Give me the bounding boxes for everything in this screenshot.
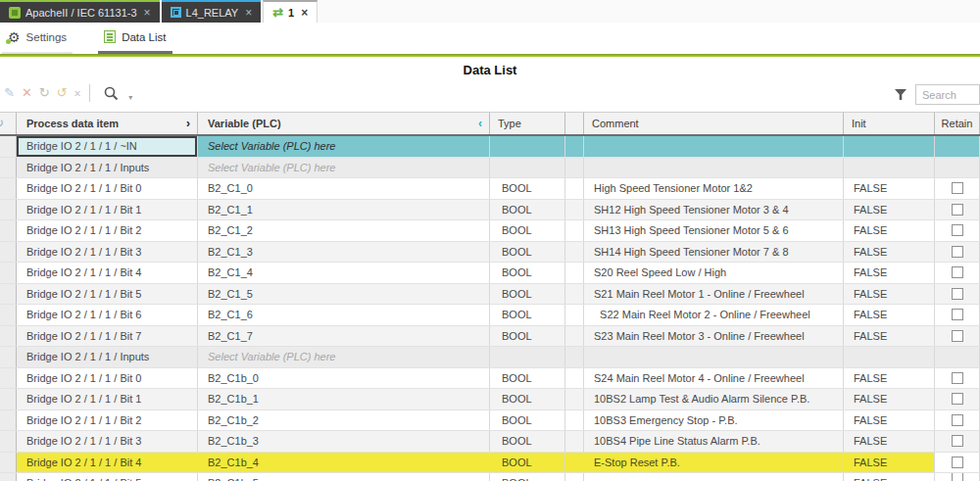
- search-icon[interactable]: [103, 85, 120, 102]
- comment-cell[interactable]: E-Stop Reset P.B.: [584, 453, 844, 473]
- process-data-item-cell[interactable]: Bridge IO 2 / 1 / 1 / Bit 0: [17, 368, 198, 389]
- row-header-cell[interactable]: [0, 453, 17, 473]
- tab-l4-relay[interactable]: L4_RELAY ×: [162, 0, 262, 23]
- search-dropdown-caret-icon[interactable]: ▾: [128, 93, 132, 102]
- retain-checkbox[interactable]: [952, 457, 963, 468]
- variable-plc-cell[interactable]: B2_C1b_2: [198, 410, 490, 431]
- init-cell[interactable]: [844, 347, 935, 367]
- row-header-cell[interactable]: [0, 284, 17, 305]
- variable-plc-cell[interactable]: B2_C1b_0: [198, 368, 490, 389]
- comment-cell[interactable]: S21 Main Reel Motor 1 - Online / Freewhe…: [584, 284, 844, 305]
- retain-checkbox[interactable]: [952, 393, 963, 405]
- header-variable-plc[interactable]: Variable (PLC) ‹: [198, 113, 490, 134]
- filter-icon[interactable]: [894, 88, 907, 101]
- init-cell[interactable]: FALSE: [844, 389, 935, 409]
- process-data-item-cell[interactable]: Bridge IO 2 / 1 / 1 / Bit 3: [17, 242, 198, 263]
- variable-plc-cell[interactable]: B2_C1b_3: [198, 431, 490, 452]
- process-data-item-cell[interactable]: Bridge IO 2 / 1 / 1 / Bit 5: [17, 473, 198, 481]
- edit-variable-icon[interactable]: ✎: [4, 84, 15, 102]
- row-header-cell[interactable]: [0, 242, 17, 263]
- tab-project[interactable]: ApacheII / IEC 61131-3 ×: [0, 0, 160, 23]
- process-data-item-cell[interactable]: Bridge IO 2 / 1 / 1 / Bit 2: [17, 410, 198, 431]
- tab-settings[interactable]: ⚙ Settings: [2, 23, 73, 54]
- process-data-item-cell[interactable]: Bridge IO 2 / 1 / 1 / Bit 0: [17, 178, 198, 199]
- tab-data-list[interactable]: Data List: [98, 23, 172, 54]
- variable-plc-cell[interactable]: B2_C1_2: [198, 220, 490, 241]
- header-process-data-item[interactable]: Process data item ›: [17, 113, 198, 134]
- process-data-item-cell[interactable]: Bridge IO 2 / 1 / 1 / Bit 3: [17, 431, 198, 452]
- retain-checkbox[interactable]: [952, 309, 963, 320]
- variable-plc-cell[interactable]: Select Variable (PLC) here: [198, 158, 490, 178]
- comment-cell[interactable]: [584, 158, 844, 178]
- comment-cell[interactable]: [584, 136, 844, 157]
- retain-checkbox[interactable]: [952, 288, 963, 300]
- comment-cell[interactable]: S22 Main Reel Motor 2 - Online / Freewhe…: [584, 305, 844, 325]
- comment-cell[interactable]: SH12 High Speed Tensioner Motor 3 & 4: [584, 200, 844, 220]
- retain-checkbox[interactable]: [952, 246, 963, 258]
- retain-checkbox[interactable]: [952, 414, 963, 426]
- process-data-item-cell[interactable]: Bridge IO 2 / 1 / 1 / ~IN: [17, 136, 198, 157]
- expand-column-icon[interactable]: ‹: [478, 117, 482, 130]
- init-cell[interactable]: FALSE: [844, 326, 935, 347]
- header-init[interactable]: Init: [844, 113, 935, 134]
- row-header-cell[interactable]: [0, 220, 17, 241]
- tab-mapping-1[interactable]: ⇄ 1 ×: [263, 0, 318, 23]
- init-cell[interactable]: FALSE: [844, 453, 935, 473]
- init-cell[interactable]: FALSE: [844, 178, 935, 199]
- process-data-item-cell[interactable]: Bridge IO 2 / 1 / 1 / Bit 6: [17, 305, 198, 325]
- variable-plc-cell[interactable]: Select Variable (PLC) here: [198, 136, 490, 157]
- variable-plc-cell[interactable]: Select Variable (PLC) here: [198, 347, 490, 367]
- comment-cell[interactable]: 10BS3 Emergency Stop - P.B.: [584, 410, 844, 431]
- row-header-cell[interactable]: [0, 389, 17, 409]
- init-cell[interactable]: FALSE: [844, 473, 935, 481]
- retain-checkbox[interactable]: [952, 435, 963, 447]
- variable-plc-cell[interactable]: B2_C1b_1: [198, 389, 490, 409]
- init-cell[interactable]: [844, 136, 935, 157]
- process-data-item-cell[interactable]: Bridge IO 2 / 1 / 1 / Inputs: [17, 347, 198, 367]
- row-header-cell[interactable]: [0, 473, 17, 481]
- row-header-cell[interactable]: [0, 305, 17, 325]
- row-header-cell[interactable]: [0, 263, 17, 283]
- header-type[interactable]: Type: [490, 113, 565, 134]
- init-cell[interactable]: FALSE: [844, 368, 935, 389]
- close-icon[interactable]: ×: [243, 6, 252, 20]
- variable-plc-cell[interactable]: B2_C1_3: [198, 242, 490, 263]
- process-data-item-cell[interactable]: Bridge IO 2 / 1 / 1 / Bit 2: [17, 220, 198, 241]
- process-data-item-cell[interactable]: Bridge IO 2 / 1 / 1 / Bit 1: [17, 389, 198, 409]
- refresh-mapping-icon[interactable]: ↻: [39, 84, 50, 102]
- header-retain[interactable]: Retain: [935, 113, 980, 134]
- process-data-item-cell[interactable]: Bridge IO 2 / 1 / 1 / Bit 5: [17, 284, 198, 305]
- process-data-item-cell[interactable]: Bridge IO 2 / 1 / 1 / Bit 4: [17, 263, 198, 283]
- variable-plc-cell[interactable]: B2_C1_5: [198, 284, 490, 305]
- collapse-rows-icon[interactable]: ›‹: [74, 84, 79, 102]
- init-cell[interactable]: FALSE: [844, 305, 935, 325]
- row-header-cell[interactable]: [0, 200, 17, 220]
- comment-cell[interactable]: 10BS2 Lamp Test & Audio Alarm Silence P.…: [584, 389, 844, 409]
- variable-plc-cell[interactable]: B2_C1_4: [198, 263, 490, 283]
- close-icon[interactable]: ×: [142, 6, 151, 20]
- retain-checkbox[interactable]: [952, 224, 963, 236]
- init-cell[interactable]: [844, 158, 935, 178]
- collapse-column-icon[interactable]: ›: [186, 117, 190, 130]
- init-cell[interactable]: FALSE: [844, 263, 935, 283]
- retain-checkbox[interactable]: [952, 204, 963, 216]
- process-data-item-cell[interactable]: Bridge IO 2 / 1 / 1 / Bit 7: [17, 326, 198, 347]
- row-header-cell[interactable]: [0, 368, 17, 389]
- row-header-cell[interactable]: [0, 178, 17, 199]
- comment-cell[interactable]: High Speed Tensioner Motor 1&2: [584, 178, 844, 199]
- comment-cell[interactable]: 10BS4 Pipe Line Status Alarm P.B.: [584, 431, 844, 452]
- process-data-item-cell[interactable]: Bridge IO 2 / 1 / 1 / Bit 1: [17, 200, 198, 220]
- delete-variable-icon[interactable]: ✕: [22, 84, 32, 102]
- comment-cell[interactable]: SH14 High Speed Tensioner Motor 7 & 8: [584, 242, 844, 263]
- comment-cell[interactable]: SH13 High Speed Tensioner Motor 5 & 6: [584, 220, 844, 241]
- search-input[interactable]: [915, 84, 980, 105]
- comment-cell[interactable]: [584, 347, 844, 367]
- retain-checkbox[interactable]: [952, 266, 963, 278]
- header-comment[interactable]: Comment: [584, 113, 844, 134]
- retain-checkbox[interactable]: [952, 330, 963, 342]
- row-header-cell[interactable]: [0, 431, 17, 452]
- comment-cell[interactable]: S23 Main Reel Motor 3 - Online / Freewhe…: [584, 326, 844, 347]
- row-header-cell[interactable]: [0, 136, 17, 157]
- row-header-cell[interactable]: [0, 347, 17, 367]
- comment-cell[interactable]: S20 Reel Speed Low / High: [584, 263, 844, 283]
